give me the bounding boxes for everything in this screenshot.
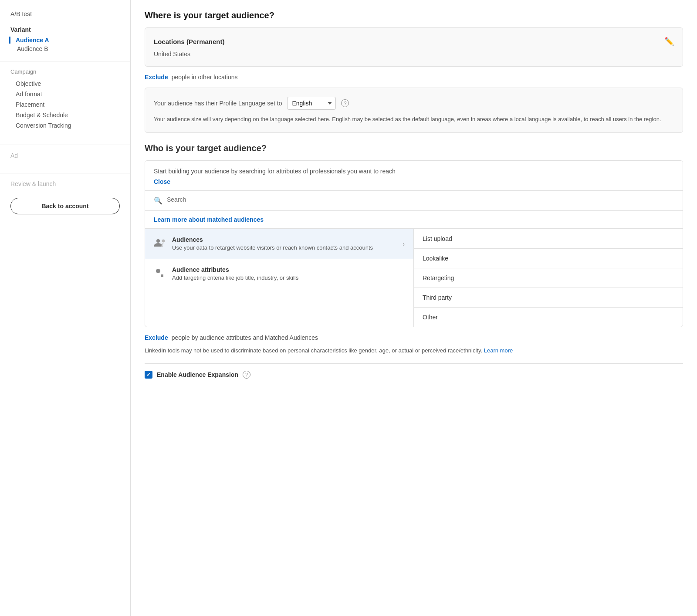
- expansion-help-icon[interactable]: ?: [243, 371, 250, 379]
- attributes-menu-desc: Add targeting criteria like job title, i…: [172, 274, 405, 282]
- back-to-account-button[interactable]: Back to account: [10, 198, 120, 214]
- who-target-audience-title: Who is your target audience?: [145, 143, 683, 153]
- attributes-menu-title: Audience attributes: [172, 266, 405, 273]
- audiences-menu-item[interactable]: Audiences Use your data to retarget webs…: [145, 229, 413, 259]
- language-select[interactable]: EnglishSpanishFrenchGermanPortugueseChin…: [287, 97, 336, 110]
- sidebar-item-placement[interactable]: Placement: [10, 99, 120, 110]
- search-input[interactable]: [167, 196, 674, 203]
- search-icon: 🔍: [154, 196, 162, 205]
- audiences-icon: [154, 238, 166, 250]
- expansion-row: Enable Audience Expansion ?: [145, 363, 683, 386]
- sidebar-audience-b[interactable]: Audience B: [10, 45, 120, 52]
- learn-more-row: Learn more about matched audiences: [145, 211, 683, 229]
- exclude-audience-text: people by audience attributes and Matche…: [172, 334, 318, 341]
- language-note: Your audience size will vary depending o…: [154, 115, 674, 124]
- right-menu-item-third-party[interactable]: Third party: [414, 288, 683, 308]
- exclude-locations-row: Exclude people in other locations: [145, 74, 683, 81]
- audiences-menu-title: Audiences: [172, 236, 396, 243]
- close-link[interactable]: Close: [154, 178, 170, 185]
- audiences-menu-desc: Use your data to retarget website visito…: [172, 244, 396, 252]
- ad-label: Ad: [0, 152, 130, 159]
- learn-more-matched-audiences-link[interactable]: Learn more about matched audiences: [154, 216, 264, 223]
- exclude-audience-row: Exclude people by audience attributes an…: [145, 334, 683, 341]
- right-menu-item-retargeting[interactable]: Retargeting: [414, 268, 683, 288]
- audience-menu-left: Audiences Use your data to retarget webs…: [145, 229, 414, 327]
- right-menu-item-other[interactable]: Other: [414, 308, 683, 327]
- locations-title: Locations (Permanent): [154, 38, 225, 45]
- locations-card: Locations (Permanent) ✏️ United States: [145, 27, 683, 67]
- sidebar-item-objective[interactable]: Objective: [10, 78, 120, 89]
- language-help-icon[interactable]: ?: [341, 99, 349, 107]
- language-prefix: Your audience has their Profile Language…: [154, 100, 282, 107]
- sidebar-item-ad-format[interactable]: Ad format: [10, 89, 120, 99]
- review-launch-label: Review & launch: [0, 180, 130, 187]
- enable-expansion-label: Enable Audience Expansion: [157, 371, 238, 378]
- enable-expansion-checkbox[interactable]: [145, 371, 152, 379]
- audiences-chevron-icon: ›: [403, 240, 405, 247]
- exclude-locations-link[interactable]: Exclude: [145, 74, 168, 81]
- builder-desc: Start building your audience by searchin…: [154, 168, 674, 175]
- exclude-locations-text: people in other locations: [172, 74, 238, 81]
- right-menu-item-lookalike[interactable]: Lookalike: [414, 249, 683, 268]
- svg-point-1: [162, 239, 165, 242]
- language-card: Your audience has their Profile Language…: [145, 88, 683, 133]
- campaign-section-label: Campaign: [10, 68, 120, 75]
- sidebar-audience-a[interactable]: Audience A: [9, 37, 120, 44]
- ab-test-label: A/B test: [0, 10, 130, 17]
- right-menu-item-list-upload[interactable]: List upload: [414, 229, 683, 249]
- sidebar-item-budget-schedule[interactable]: Budget & Schedule: [10, 110, 120, 120]
- audience-menu: Audiences Use your data to retarget webs…: [145, 229, 683, 327]
- exclude-audience-link[interactable]: Exclude: [145, 334, 168, 341]
- variant-label: Variant: [10, 26, 120, 33]
- svg-point-2: [156, 269, 160, 273]
- target-audience-title: Where is your target audience?: [145, 10, 683, 20]
- sidebar: A/B test Variant Audience A Audience B C…: [0, 0, 131, 616]
- audience-attributes-menu-item[interactable]: Audience attributes Add targeting criter…: [145, 259, 413, 289]
- attributes-icon: [154, 267, 166, 281]
- audience-menu-right: List upload Lookalike Retargeting Third …: [414, 229, 683, 327]
- location-value: United States: [154, 51, 674, 58]
- sidebar-item-conversion-tracking[interactable]: Conversion Tracking: [10, 120, 120, 131]
- edit-location-icon[interactable]: ✏️: [664, 37, 674, 46]
- svg-point-0: [156, 239, 160, 243]
- disclaimer-text: LinkedIn tools may not be used to discri…: [145, 346, 683, 355]
- main-content: Where is your target audience? Locations…: [131, 0, 697, 616]
- audience-builder-card: Start building your audience by searchin…: [145, 160, 683, 327]
- disclaimer-learn-more-link[interactable]: Learn more: [484, 347, 513, 354]
- search-row: 🔍: [145, 190, 683, 211]
